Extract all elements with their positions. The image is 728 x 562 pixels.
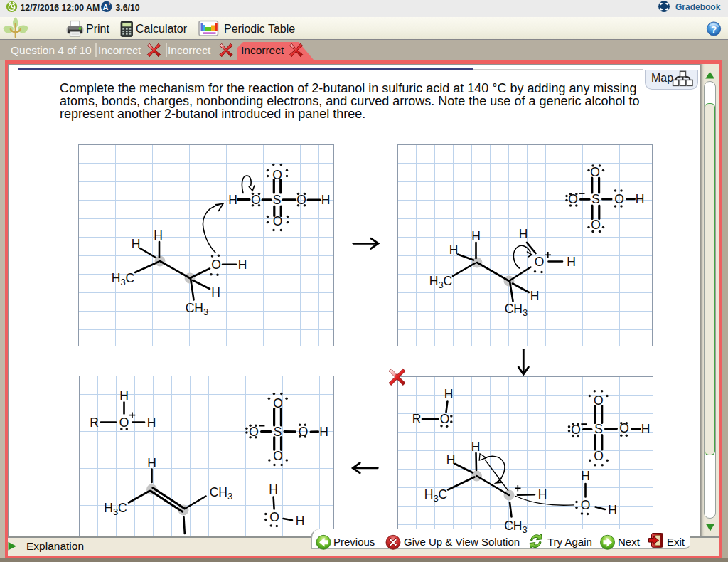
svg-text:R: R: [90, 415, 99, 430]
svg-text:H: H: [132, 237, 141, 251]
svg-text:H3C: H3C: [424, 487, 448, 504]
svg-text:H: H: [119, 388, 129, 403]
svg-text:O: O: [614, 192, 624, 206]
svg-text:H: H: [444, 387, 454, 401]
svg-text:CH3: CH3: [186, 301, 209, 317]
svg-text:H3C: H3C: [429, 274, 453, 290]
svg-text:H: H: [238, 258, 247, 272]
svg-text:H: H: [321, 193, 331, 207]
svg-text:H: H: [471, 440, 481, 454]
svg-text:O: O: [581, 498, 591, 512]
svg-text:H: H: [641, 422, 651, 436]
svg-text:CH3: CH3: [505, 302, 528, 318]
svg-text:S: S: [273, 193, 282, 207]
svg-text:H: H: [636, 192, 645, 206]
svg-text:H3C: H3C: [104, 501, 127, 517]
svg-text:O: O: [535, 255, 545, 269]
svg-text:H3C: H3C: [112, 271, 135, 287]
svg-text:O: O: [594, 449, 604, 463]
svg-text:O: O: [211, 258, 221, 272]
svg-text:H: H: [296, 514, 305, 528]
svg-text:H: H: [449, 243, 459, 257]
svg-text:CH3: CH3: [210, 485, 233, 502]
svg-text:H: H: [567, 255, 576, 269]
svg-text:H: H: [319, 425, 328, 439]
svg-text:H: H: [471, 229, 481, 243]
svg-text:H: H: [519, 227, 528, 241]
svg-text:O: O: [440, 412, 450, 426]
svg-text:H: H: [154, 228, 163, 243]
svg-text:H: H: [147, 456, 156, 470]
svg-text:H: H: [530, 289, 540, 303]
svg-text:S: S: [592, 192, 600, 206]
svg-text:O: O: [269, 510, 279, 524]
svg-text:R: R: [412, 412, 422, 426]
svg-text:H: H: [211, 285, 220, 299]
svg-text:H: H: [228, 193, 237, 207]
svg-text:H: H: [538, 487, 547, 502]
svg-text:H: H: [269, 482, 278, 497]
svg-text:H: H: [608, 503, 617, 517]
svg-text:CH3: CH3: [504, 519, 528, 535]
svg-text:O: O: [119, 415, 129, 430]
svg-text:H: H: [446, 452, 456, 467]
svg-text:H: H: [581, 469, 590, 483]
svg-text:H: H: [147, 415, 156, 430]
